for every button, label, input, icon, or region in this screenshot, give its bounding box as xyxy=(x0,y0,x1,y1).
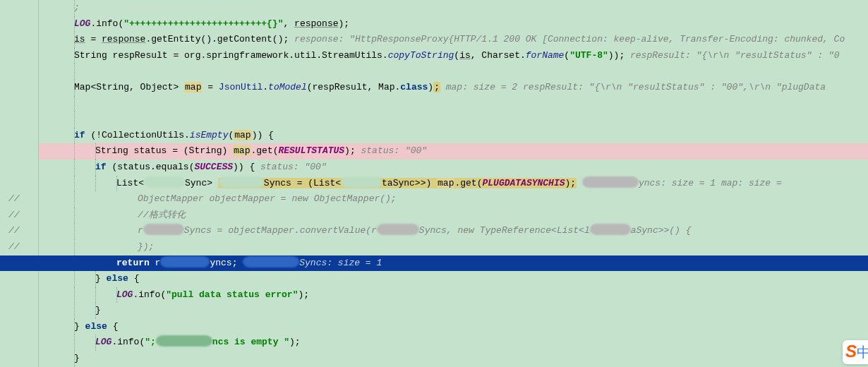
code-line: } xyxy=(39,303,868,319)
code-line: if (!CollectionUtils.isEmpty(map)) { xyxy=(39,128,868,144)
field-ref: LOG xyxy=(74,18,90,29)
code-text: ); xyxy=(289,337,301,347)
code-text: = xyxy=(202,82,218,92)
code-text: r xyxy=(150,258,161,268)
ime-badge[interactable]: S 中 xyxy=(843,340,868,364)
inline-evaluation: Syncs: size = 1 xyxy=(299,258,382,268)
code-text: .info( xyxy=(133,289,166,300)
static-method: forName xyxy=(526,50,565,61)
code-editor[interactable]: ; LOG.info("+++++++++++++++++++++++++{}"… xyxy=(0,0,868,367)
redacted-text xyxy=(582,176,639,188)
string-literal: "pull data status error" xyxy=(166,289,298,300)
static-method: isEmpty xyxy=(190,130,229,140)
code-text: ); xyxy=(298,289,309,300)
code-text: } xyxy=(95,273,107,284)
code-text: )) { xyxy=(233,162,255,172)
code-line: LOG.info("+++++++++++++++++++++++++{}", … xyxy=(39,16,868,32)
redacted-text xyxy=(590,224,631,235)
inline-evaluation: response: "HttpResponseProxy{HTTP/1.1 20… xyxy=(289,34,845,44)
code-text: (status.equals( xyxy=(107,162,195,172)
code-text: ) xyxy=(428,82,433,92)
gutter-comment-icon: // xyxy=(0,191,39,207)
inline-evaluation xyxy=(237,258,243,268)
code-text: { xyxy=(128,273,140,284)
static-method: toModel xyxy=(268,82,307,92)
inline-evaluation: status: "00" xyxy=(356,145,427,156)
code-text: Sync> xyxy=(185,178,218,188)
ime-logo-icon: S xyxy=(845,342,857,361)
code-text: .getEntity().getContent(); xyxy=(145,34,289,44)
code-text: Map<String, Object> xyxy=(74,82,184,92)
keyword: if xyxy=(95,162,107,172)
code-line: // //格式转化 xyxy=(39,207,868,224)
ime-mode-label: 中 xyxy=(857,343,868,362)
constant: PLUGDATASYNCHIS xyxy=(482,178,565,188)
variable-highlight: map xyxy=(234,130,251,140)
variable: response xyxy=(294,18,338,29)
code-line: ; xyxy=(39,0,868,16)
code-text: .get( xyxy=(251,145,278,156)
code-text: (respResult, Map. xyxy=(307,82,401,92)
field-ref: LOG xyxy=(95,337,111,347)
keyword: else xyxy=(85,321,107,332)
code-text: ); xyxy=(344,145,356,156)
string-literal: "UTF-8" xyxy=(569,50,608,61)
code-line: // }); xyxy=(39,239,868,255)
comment: aSync>>() { xyxy=(631,225,692,236)
inline-evaluation: yncs: size = 1 map: size = xyxy=(639,178,782,188)
variable: is xyxy=(459,50,471,61)
code-line-modified: String status = (String) map.get(RESULTS… xyxy=(39,143,868,160)
constant: RESULTSTATUS xyxy=(278,145,344,156)
code-text: yncs; xyxy=(210,258,237,268)
code-text: } xyxy=(95,305,101,315)
code-text: Syncs = (List< xyxy=(264,178,341,188)
redacted-text xyxy=(341,176,382,188)
code-line-current-execution: return ryncs; Syncs: size = 1 xyxy=(39,255,868,272)
code-line: is = response.getEntity().getContent(); … xyxy=(39,32,868,48)
variable: response xyxy=(102,34,145,44)
keyword: if xyxy=(74,130,85,140)
comment: r xyxy=(138,225,143,236)
gutter-comment-icon: // xyxy=(0,239,39,255)
redacted-text xyxy=(156,335,212,347)
code-text: String status = (String) xyxy=(95,145,233,156)
inline-evaluation xyxy=(577,178,582,188)
code-line: // ObjectMapper objectMapper = new Objec… xyxy=(39,191,868,207)
code-line: List<Sync> Syncs = (List<taSync>>) map.g… xyxy=(39,176,868,192)
code-text: = xyxy=(85,34,102,44)
code-line: if (status.equals(SUCCESS)) { status: "0… xyxy=(39,160,868,176)
code-text: )) { xyxy=(252,130,274,140)
comment: Syncs = objectMapper.convertValue(r xyxy=(184,225,377,236)
keyword: class xyxy=(400,82,428,92)
constant: SUCCESS xyxy=(194,162,233,172)
string-literal: ncs is empty " xyxy=(212,337,289,347)
variable-highlight: map xyxy=(184,82,202,92)
code-text: )); xyxy=(608,50,625,61)
code-text: ( xyxy=(454,50,459,61)
code-text: { xyxy=(107,321,119,332)
code-line: // rSyncs = objectMapper.convertValue(rS… xyxy=(39,223,868,239)
comment: ObjectMapper objectMapper = new ObjectMa… xyxy=(138,193,397,204)
code-text: ; xyxy=(74,2,80,13)
code-text: , xyxy=(283,18,294,29)
editor-gutter xyxy=(0,0,39,367)
code-line xyxy=(39,96,868,112)
code-line: LOG.info("pull data status error"); xyxy=(39,287,868,303)
code-text: } xyxy=(74,321,85,332)
redacted-text xyxy=(219,176,264,188)
variable-highlight: map xyxy=(437,178,454,188)
code-text: } xyxy=(74,353,80,363)
code-text: (!CollectionUtils. xyxy=(85,130,190,140)
static-method: copyToString xyxy=(388,50,454,61)
code-text: . xyxy=(263,82,268,92)
class-ref: JsonUtil xyxy=(219,82,263,92)
string-literal: "; xyxy=(145,337,156,347)
inline-evaluation: respResult: "{\r\n "resultStatus" : "0 xyxy=(625,50,839,61)
code-line: } else { xyxy=(39,271,868,287)
variable-highlight: map xyxy=(233,145,251,156)
code-text: taSync>>) xyxy=(382,178,437,188)
keyword: else xyxy=(107,273,128,284)
code-line: String respResult = org.springframework.… xyxy=(39,48,868,64)
gutter-comment-icon: // xyxy=(0,223,39,239)
code-text: ); xyxy=(565,178,577,188)
